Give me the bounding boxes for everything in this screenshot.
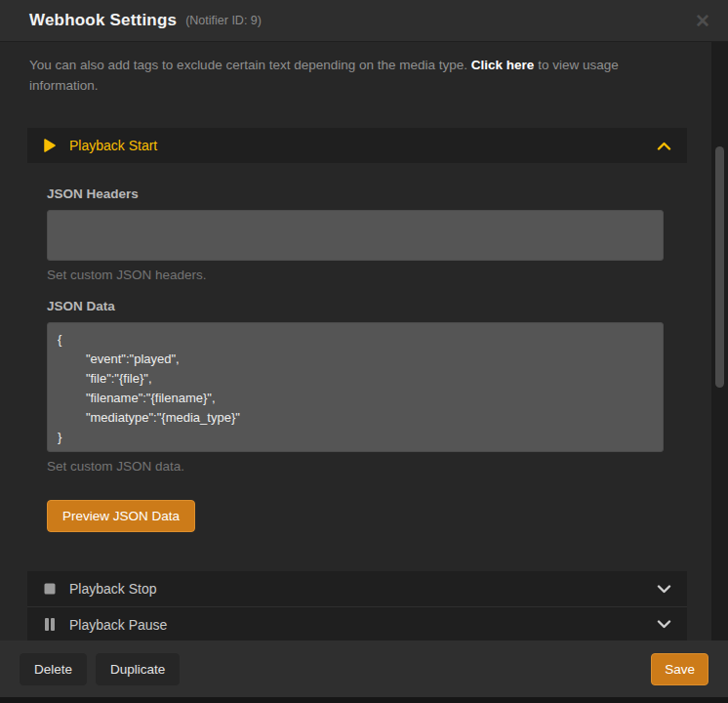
save-button[interactable]: Save bbox=[651, 653, 708, 685]
accordion-label: Playback Stop bbox=[69, 581, 157, 597]
webhook-settings-modal: Webhook Settings (Notifier ID: 9) ✕ You … bbox=[0, 0, 728, 697]
notifier-id-badge: (Notifier ID: 9) bbox=[185, 14, 262, 27]
modal-footer: Delete Duplicate Save bbox=[0, 641, 728, 697]
intro-text: You can also add tags to exclude certain… bbox=[29, 55, 675, 96]
close-icon[interactable]: ✕ bbox=[695, 12, 710, 30]
json-headers-help: Set custom JSON headers. bbox=[47, 268, 664, 282]
accordion-label: Playback Pause bbox=[69, 617, 167, 633]
trigger-accordion: Playback Start JSON Headers Set custom J… bbox=[27, 128, 687, 641]
duplicate-button[interactable]: Duplicate bbox=[96, 653, 180, 685]
json-headers-field: JSON Headers Set custom JSON headers. bbox=[47, 186, 664, 282]
chevron-down-icon bbox=[657, 585, 671, 594]
json-data-help: Set custom JSON data. bbox=[47, 459, 664, 474]
accordion-header-playback-pause[interactable]: Playback Pause bbox=[27, 606, 687, 641]
delete-button[interactable]: Delete bbox=[20, 653, 87, 685]
json-headers-label: JSON Headers bbox=[47, 186, 664, 201]
accordion-header-playback-start[interactable]: Playback Start bbox=[27, 128, 687, 163]
json-data-input[interactable]: { "event":"played", "file":"{file}", "fi… bbox=[47, 322, 664, 452]
chevron-up-icon bbox=[657, 142, 671, 150]
modal-header: Webhook Settings (Notifier ID: 9) ✕ bbox=[0, 0, 728, 42]
play-icon bbox=[43, 139, 57, 152]
scrollbar-thumb[interactable] bbox=[715, 146, 724, 388]
modal-body: You can also add tags to exclude certain… bbox=[0, 42, 728, 641]
click-here-link[interactable]: Click here bbox=[471, 58, 535, 72]
stop-icon bbox=[43, 583, 57, 595]
scrollbar-track[interactable] bbox=[711, 42, 728, 641]
playback-start-panel: JSON Headers Set custom JSON headers. JS… bbox=[27, 163, 687, 571]
preview-json-data-button[interactable]: Preview JSON Data bbox=[47, 500, 195, 532]
json-data-field: JSON Data { "event":"played", "file":"{f… bbox=[47, 299, 664, 474]
json-headers-input[interactable] bbox=[47, 210, 664, 261]
page-title: Webhook Settings bbox=[29, 11, 177, 30]
accordion-header-playback-stop[interactable]: Playback Stop bbox=[27, 571, 687, 606]
json-data-label: JSON Data bbox=[47, 299, 664, 313]
pause-icon bbox=[43, 618, 57, 631]
accordion-label: Playback Start bbox=[69, 138, 157, 153]
intro-text-pre: You can also add tags to exclude certain… bbox=[29, 58, 471, 72]
chevron-down-icon bbox=[657, 620, 671, 629]
